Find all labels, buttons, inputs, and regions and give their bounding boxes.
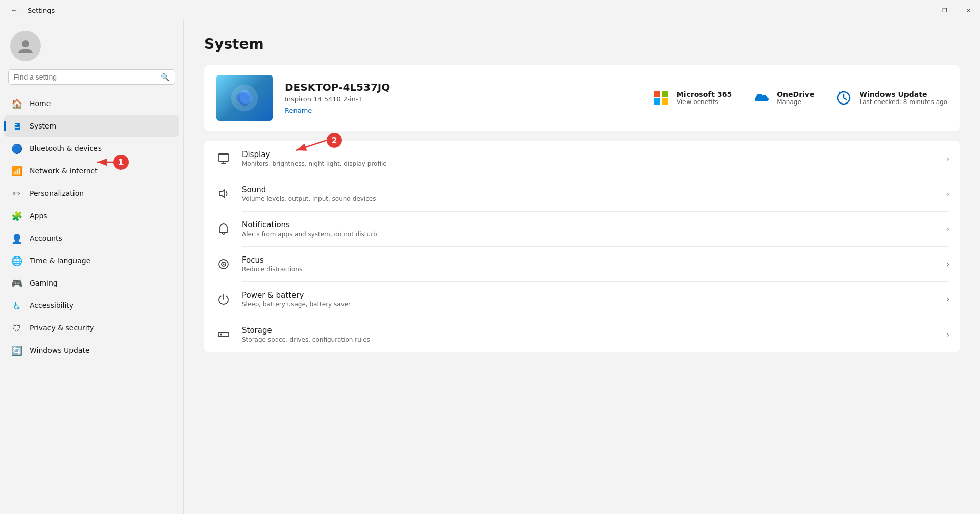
settings-list: DisplayMonitors, brightness, night light… [204, 141, 960, 352]
power-icon [214, 290, 233, 309]
avatar [10, 31, 41, 61]
setting-name-display: Display [242, 150, 937, 159]
network-icon: 📶 [11, 165, 22, 176]
update-icon: 🔄 [11, 345, 22, 356]
notifications-icon [214, 220, 233, 238]
svg-marker-6 [219, 190, 225, 198]
sidebar-item-label-gaming: Gaming [30, 279, 58, 287]
chevron-right-icon: › [946, 190, 949, 198]
personalization-icon: ✏️ [11, 188, 22, 199]
service-text-windowsupdate: Windows Update Last checked: 8 minutes a… [859, 90, 947, 106]
service-text-microsoft365: Microsoft 365 View benefits [677, 90, 732, 106]
privacy-icon: 🛡 [11, 322, 22, 333]
windowsupdate-icon [835, 89, 853, 107]
sidebar-item-label-home: Home [30, 99, 51, 108]
microsoft365-icon [652, 89, 671, 107]
sidebar-item-label-system: System [30, 122, 56, 130]
back-button[interactable]: ← [6, 2, 22, 18]
sidebar-item-bluetooth[interactable]: 🔵Bluetooth & devices [4, 138, 179, 159]
search-input[interactable] [14, 73, 157, 81]
sidebar-item-apps[interactable]: 🧩Apps [4, 205, 179, 226]
setting-text-notifications: NotificationsAlerts from apps and system… [242, 220, 937, 238]
setting-text-power: Power & batterySleep, battery usage, bat… [242, 291, 937, 308]
setting-text-focus: FocusReduce distractions [242, 255, 937, 273]
setting-text-display: DisplayMonitors, brightness, night light… [242, 150, 937, 167]
sidebar-item-label-network: Network & internet [30, 167, 98, 175]
service-item-onedrive[interactable]: OneDrive Manage [752, 89, 814, 107]
sidebar-item-home[interactable]: 🏠Home [4, 93, 179, 114]
setting-name-focus: Focus [242, 255, 937, 265]
minimize-button[interactable]: — [910, 0, 933, 20]
setting-name-notifications: Notifications [242, 220, 937, 229]
focus-icon [214, 255, 233, 273]
sidebar-item-label-update: Windows Update [30, 346, 90, 354]
bluetooth-icon: 🔵 [11, 143, 22, 154]
search-icon: 🔍 [161, 73, 169, 81]
page-title: System [204, 36, 960, 53]
sidebar-item-personalization[interactable]: ✏️Personalization [4, 183, 179, 204]
setting-text-sound: SoundVolume levels, output, input, sound… [242, 185, 937, 202]
sidebar-item-label-apps: Apps [30, 212, 47, 220]
sidebar-item-network[interactable]: 📶Network & internet [4, 160, 179, 182]
sidebar-item-accounts[interactable]: 👤Accounts [4, 227, 179, 249]
device-image [216, 75, 273, 121]
gaming-icon: 🎮 [11, 277, 22, 289]
svg-rect-3 [218, 154, 229, 161]
setting-item-display[interactable]: DisplayMonitors, brightness, night light… [204, 141, 960, 176]
setting-name-storage: Storage [242, 326, 937, 335]
sidebar-item-accessibility[interactable]: ♿Accessibility [4, 295, 179, 316]
device-card: DESKTOP-4L537JQ Inspiron 14 5410 2-in-1 … [204, 65, 960, 131]
search-box[interactable]: 🔍 [8, 69, 175, 85]
home-icon: 🏠 [11, 98, 22, 109]
device-model: Inspiron 14 5410 2-in-1 [285, 95, 640, 103]
chevron-right-icon: › [946, 295, 949, 303]
display-icon [214, 149, 233, 168]
sidebar: 🔍 🏠Home🖥System🔵Bluetooth & devices📶Netwo… [0, 20, 184, 514]
setting-item-sound[interactable]: SoundVolume levels, output, input, sound… [204, 176, 960, 211]
close-button[interactable]: ✕ [957, 0, 980, 20]
chevron-right-icon: › [946, 155, 949, 163]
setting-desc-notifications: Alerts from apps and system, do not dist… [242, 230, 937, 238]
sidebar-item-label-accessibility: Accessibility [30, 301, 74, 310]
setting-name-sound: Sound [242, 185, 937, 194]
setting-desc-storage: Storage space, drives, configuration rul… [242, 336, 937, 343]
setting-item-notifications[interactable]: NotificationsAlerts from apps and system… [204, 212, 960, 246]
setting-name-power: Power & battery [242, 291, 937, 300]
device-info: DESKTOP-4L537JQ Inspiron 14 5410 2-in-1 … [285, 81, 640, 115]
onedrive-icon [752, 89, 771, 107]
sidebar-item-time[interactable]: 🌐Time & language [4, 250, 179, 271]
svg-point-0 [22, 40, 29, 47]
svg-rect-11 [218, 332, 229, 337]
accounts-icon: 👤 [11, 233, 22, 244]
sidebar-item-label-bluetooth: Bluetooth & devices [30, 144, 102, 152]
maximize-button[interactable]: ❐ [933, 0, 957, 20]
device-name: DESKTOP-4L537JQ [285, 81, 640, 93]
titlebar: ← Settings — ❐ ✕ [0, 0, 980, 20]
service-item-microsoft365[interactable]: Microsoft 365 View benefits [652, 89, 732, 107]
sidebar-item-label-privacy: Privacy & security [30, 324, 94, 332]
sidebar-item-gaming[interactable]: 🎮Gaming [4, 272, 179, 294]
device-rename-link[interactable]: Rename [285, 107, 312, 114]
system-icon: 🖥 [11, 120, 22, 132]
sidebar-item-system[interactable]: 🖥System [4, 115, 179, 137]
setting-text-storage: StorageStorage space, drives, configurat… [242, 326, 937, 343]
sidebar-item-label-personalization: Personalization [30, 189, 84, 197]
main-content: System DESKTOP-4L537JQ Inspiron 14 5410 … [184, 20, 980, 514]
chevron-right-icon: › [946, 225, 949, 233]
sidebar-user [0, 20, 183, 67]
sidebar-nav: 🏠Home🖥System🔵Bluetooth & devices📶Network… [0, 91, 183, 363]
setting-desc-focus: Reduce distractions [242, 266, 937, 273]
setting-item-power[interactable]: Power & batterySleep, battery usage, bat… [204, 282, 960, 317]
service-item-windowsupdate[interactable]: Windows Update Last checked: 8 minutes a… [835, 89, 947, 107]
sidebar-item-update[interactable]: 🔄Windows Update [4, 340, 179, 361]
sidebar-item-privacy[interactable]: 🛡Privacy & security [4, 317, 179, 339]
sidebar-item-label-time: Time & language [30, 256, 90, 265]
apps-icon: 🧩 [11, 210, 22, 221]
titlebar-title: Settings [28, 7, 55, 14]
window-controls: — ❐ ✕ [910, 0, 980, 20]
sound-icon [214, 185, 233, 203]
setting-desc-sound: Volume levels, output, input, sound devi… [242, 195, 937, 202]
setting-item-focus[interactable]: FocusReduce distractions› [204, 247, 960, 281]
setting-item-storage[interactable]: StorageStorage space, drives, configurat… [204, 317, 960, 352]
sidebar-item-label-accounts: Accounts [30, 234, 62, 242]
